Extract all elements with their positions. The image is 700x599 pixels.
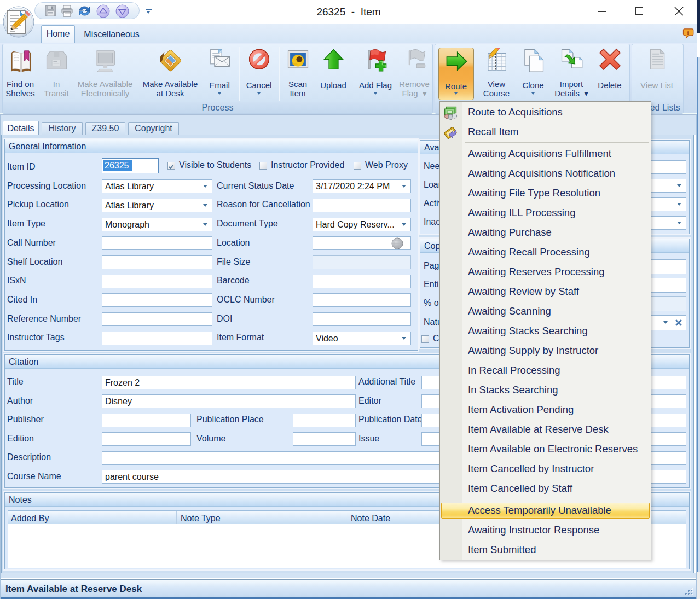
svg-text:i: i [687, 30, 689, 36]
